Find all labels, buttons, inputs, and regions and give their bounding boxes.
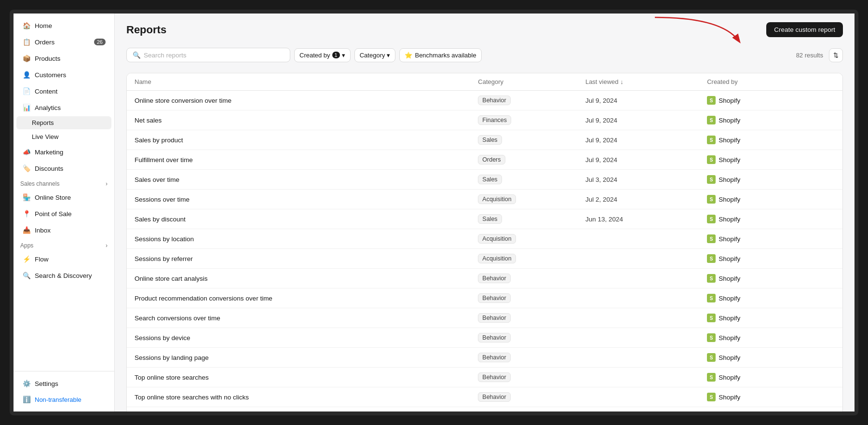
row-name: Sales over time <box>127 170 470 190</box>
sidebar-item-customers[interactable]: 👤 Customers <box>16 67 111 82</box>
table-row[interactable]: Top online store searches Behavior S Sho… <box>127 368 842 387</box>
row-created-by: S Shopify <box>699 91 842 110</box>
sidebar-reports-label: Reports <box>32 119 54 126</box>
created-by-name: Shopify <box>719 394 740 401</box>
sidebar-item-products[interactable]: 📦 Products <box>16 51 111 66</box>
row-created-by: S Shopify <box>699 190 842 209</box>
customers-icon: 👤 <box>22 70 31 79</box>
sidebar-item-settings[interactable]: ⚙️ Settings <box>16 376 111 391</box>
shopify-icon: S <box>707 393 716 401</box>
row-created-by: S Shopify <box>699 387 842 407</box>
sidebar-item-content[interactable]: 📄 Content <box>16 83 111 99</box>
sidebar-item-reports[interactable]: Reports <box>16 116 111 129</box>
table-row[interactable]: Online store cart analysis Behavior S Sh… <box>127 269 842 288</box>
sidebar-item-orders[interactable]: 📋 Orders 26 <box>16 34 111 50</box>
row-category: Behavior <box>470 91 578 110</box>
created-by-name: Shopify <box>719 117 740 124</box>
home-icon: 🏠 <box>22 21 31 30</box>
apps-expand-icon[interactable]: › <box>106 242 108 249</box>
search-discovery-icon: 🔍 <box>22 271 31 280</box>
sidebar-item-search-discovery[interactable]: 🔍 Search & Discovery <box>16 268 111 283</box>
table-row[interactable]: Online store conversion over time Behavi… <box>127 91 842 110</box>
created-by-name: Shopify <box>719 176 740 183</box>
table-row[interactable]: Sales over time Sales Jul 3, 2024 S Shop… <box>127 170 842 190</box>
sidebar-marketing-label: Marketing <box>35 149 63 156</box>
created-by-name: Shopify <box>719 334 740 342</box>
sidebar-item-live-view[interactable]: Live View <box>16 130 111 143</box>
row-name: Net sales <box>127 110 470 130</box>
row-name: Sessions over time <box>127 190 470 209</box>
sidebar-item-flow[interactable]: ⚡ Flow <box>16 251 111 267</box>
row-name: Sales by discount <box>127 209 470 229</box>
benchmarks-filter[interactable]: ⭐ Benchmarks available <box>399 48 481 62</box>
created-by-name: Shopify <box>719 354 740 361</box>
row-name: Sessions by device <box>127 328 470 348</box>
sort-button[interactable]: ⇅ <box>829 48 843 62</box>
sidebar-non-transferable-label: Non-transferable <box>35 396 81 403</box>
table-row[interactable]: Sales by discount Sales Jun 13, 2024 S S… <box>127 209 842 229</box>
table-row[interactable]: Sessions by device Behavior S Shopify <box>127 328 842 348</box>
row-created-by: S Shopify <box>699 308 842 328</box>
created-by-name: Shopify <box>719 216 740 223</box>
table-row[interactable]: Top online store searches with no clicks… <box>127 387 842 407</box>
row-category: Behavior <box>470 387 578 407</box>
shopify-icon: S <box>707 175 716 184</box>
sidebar-item-analytics[interactable]: 📊 Analytics <box>16 100 111 115</box>
sidebar: 🏠 Home 📋 Orders 26 📦 Products 👤 Customer… <box>14 14 115 411</box>
row-last-viewed: Jul 9, 2024 <box>578 110 699 130</box>
row-last-viewed <box>578 348 699 368</box>
sidebar-analytics-label: Analytics <box>35 104 61 111</box>
row-category: Behavior <box>470 328 578 348</box>
table-row[interactable]: Sessions by location Acquisition S Shopi… <box>127 229 842 249</box>
sidebar-item-non-transferable[interactable]: ℹ️ Non-transferable <box>16 392 111 407</box>
row-category: Acquisition <box>470 190 578 209</box>
row-name: Sessions by referrer <box>127 249 470 269</box>
table-row[interactable]: Net sales Finances Jul 9, 2024 S Shopify <box>127 110 842 130</box>
shopify-icon: S <box>707 195 716 204</box>
table-row[interactable]: Search conversions over time Behavior S … <box>127 308 842 328</box>
row-created-by: S Shopify <box>699 368 842 387</box>
row-category: Behavior <box>470 348 578 368</box>
chevron-down-icon: ▾ <box>342 52 345 59</box>
row-last-viewed: Jul 3, 2024 <box>578 170 699 190</box>
col-header-last-viewed[interactable]: Last viewed ↓ <box>578 73 699 91</box>
sidebar-item-point-of-sale[interactable]: 📍 Point of Sale <box>16 206 111 221</box>
created-by-filter[interactable]: Created by 1 ▾ <box>294 48 351 62</box>
sidebar-item-marketing[interactable]: 📣 Marketing <box>16 144 111 160</box>
table-row[interactable]: Sessions by referrer Acquisition S Shopi… <box>127 249 842 269</box>
sales-channels-expand-icon[interactable]: › <box>106 180 108 187</box>
row-category: Behavior <box>470 407 578 412</box>
created-by-name: Shopify <box>719 196 740 203</box>
sidebar-item-discounts[interactable]: 🏷️ Discounts <box>16 161 111 176</box>
row-last-viewed: Jun 13, 2024 <box>578 209 699 229</box>
flow-icon: ⚡ <box>22 255 31 263</box>
orders-icon: 📋 <box>22 38 31 46</box>
col-header-category: Category <box>470 73 578 91</box>
sidebar-item-online-store[interactable]: 🏪 Online Store <box>16 190 111 205</box>
row-created-by: S Shopify <box>699 269 842 288</box>
table-row[interactable]: Product recommendation conversions over … <box>127 288 842 308</box>
sidebar-item-inbox[interactable]: 📥 Inbox <box>16 222 111 238</box>
inbox-icon: 📥 <box>22 226 31 234</box>
search-box[interactable]: 🔍 Search reports <box>126 48 290 62</box>
sidebar-search-discovery-label: Search & Discovery <box>35 272 92 279</box>
sidebar-discounts-label: Discounts <box>35 165 63 172</box>
row-created-by: S Shopify <box>699 407 842 412</box>
shopify-icon: S <box>707 314 716 322</box>
table-row[interactable]: Sales by product Sales Jul 9, 2024 S Sho… <box>127 130 842 150</box>
row-last-viewed: Jul 9, 2024 <box>578 130 699 150</box>
page-title: Reports <box>126 24 166 36</box>
sidebar-item-home[interactable]: 🏠 Home <box>16 18 111 33</box>
results-count: 82 results <box>796 52 823 59</box>
row-category: Orders <box>470 150 578 170</box>
category-filter[interactable]: Category ▾ <box>354 48 396 62</box>
table-row[interactable]: Sessions by landing page Behavior S Shop… <box>127 348 842 368</box>
table-row[interactable]: Sessions over time Acquisition Jul 2, 20… <box>127 190 842 209</box>
created-by-name: Shopify <box>719 374 740 381</box>
table-row[interactable]: Fulfillment over time Orders Jul 9, 2024… <box>127 150 842 170</box>
create-custom-report-button[interactable]: Create custom report <box>766 22 843 37</box>
row-last-viewed <box>578 387 699 407</box>
row-last-viewed: Jul 9, 2024 <box>578 91 699 110</box>
point-of-sale-icon: 📍 <box>22 209 31 218</box>
table-row[interactable]: Top online store searches with no result… <box>127 407 842 412</box>
